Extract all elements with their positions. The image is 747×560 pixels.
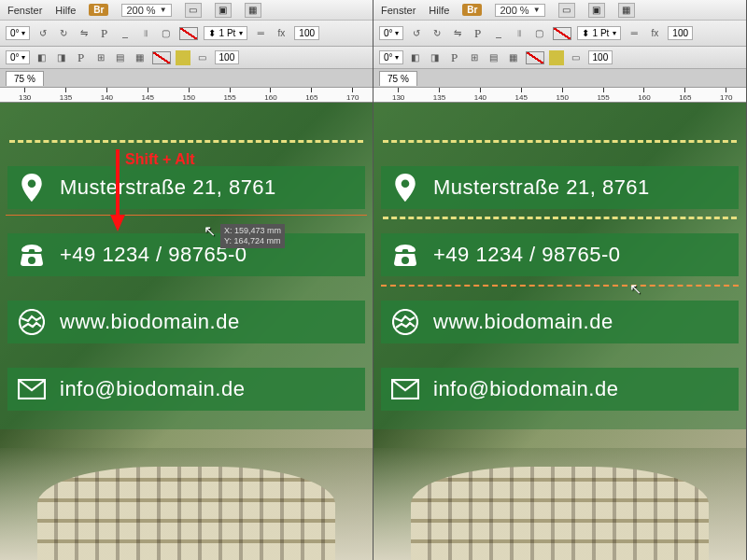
view-options-icon[interactable]: ▭ <box>558 3 575 18</box>
rotate-ccw-icon[interactable]: ↺ <box>35 26 50 41</box>
address-row[interactable]: Musterstraße 21, 8761 <box>7 166 365 209</box>
flip-h-icon[interactable]: ⇋ <box>450 26 465 41</box>
menu-hilfe[interactable]: Hilfe <box>429 5 449 16</box>
opacity-field[interactable]: 100 <box>294 26 319 40</box>
tool-icon-e[interactable]: ▦ <box>133 50 148 65</box>
rotation-field[interactable]: 0°▾ <box>379 26 403 40</box>
phone-text: +49 1234 / 98765-0 <box>60 243 247 267</box>
tool-icon-e[interactable]: ▦ <box>506 50 521 65</box>
select-container-icon[interactable]: ▢ <box>159 26 174 41</box>
secondary-panel: 0°▾ ◧ ◨ P ⊞ ▤ ▦ ▭ 100 <box>374 47 746 69</box>
web-text: www.biodomain.de <box>433 310 613 334</box>
phone-row[interactable]: +49 1234 / 98765-0 <box>381 233 739 276</box>
rotate-ccw-icon[interactable]: ↺ <box>409 26 424 41</box>
svg-point-4 <box>393 310 417 334</box>
swatch-icon[interactable] <box>549 50 564 65</box>
zoom-select[interactable]: 200 %▼ <box>121 4 171 17</box>
envelope-icon <box>17 374 47 404</box>
email-text: info@biodomain.de <box>433 377 618 401</box>
paragraph2-icon[interactable]: P <box>74 50 89 65</box>
selected-dashed-line[interactable] <box>381 285 739 287</box>
stroke-weight-field[interactable]: ⬍ 1 Pt ▾ <box>204 26 248 40</box>
stroke-none-icon[interactable] <box>152 51 171 64</box>
address-row[interactable]: Musterstraße 21, 8761 <box>381 166 739 209</box>
move-cursor-icon: ↖ <box>204 222 216 240</box>
fill-none-icon[interactable] <box>553 27 571 40</box>
rotation-field[interactable]: 0°▾ <box>6 26 30 40</box>
map-pin-icon <box>17 173 47 203</box>
secondary-panel: 0°▾ ◧ ◨ P ⊞ ▤ ▦ ▭ 100 <box>0 47 373 69</box>
menu-fenster[interactable]: Fenster <box>381 5 416 16</box>
address-text: Musterstraße 21, 8761 <box>433 175 650 200</box>
canvas[interactable]: Musterstraße 21, 8761 +49 1234 / 98765-0… <box>374 103 746 560</box>
rotate-cw-icon[interactable]: ↻ <box>56 26 71 41</box>
phone-row[interactable]: +49 1234 / 98765-0 <box>7 233 365 276</box>
rotate-cw-icon[interactable]: ↻ <box>430 26 444 41</box>
view-options-icon[interactable]: ▭ <box>185 3 202 18</box>
plaid-shirt <box>37 467 335 560</box>
stroke-none-icon[interactable] <box>526 51 544 64</box>
distribute-icon[interactable]: ⫴ <box>512 26 527 41</box>
paragraph-icon[interactable]: P <box>471 26 486 41</box>
select-container-icon[interactable]: ▢ <box>532 26 547 41</box>
plaid-shirt <box>411 467 709 560</box>
web-row[interactable]: www.biodomain.de <box>381 301 739 343</box>
flip-h-icon[interactable]: ⇋ <box>77 26 92 41</box>
control-panel: 0°▾ ↺ ↻ ⇋ P ⎯ ⫴ ▢ ⬍ 1 Pt ▾ ═ fx 100 <box>0 21 373 47</box>
bridge-badge[interactable]: Br <box>462 4 482 16</box>
tool-icon-d[interactable]: ▤ <box>486 50 501 65</box>
menu-bar: Fenster Hilfe Br 200 %▼ ▭ ▣ ▦ <box>374 0 746 21</box>
fx-icon[interactable]: fx <box>647 26 662 41</box>
align-icon[interactable]: ⎯ <box>118 26 133 41</box>
horizontal-ruler[interactable]: 130 135 140 145 150 155 160 165 170 <box>374 88 746 103</box>
menu-hilfe[interactable]: Hilfe <box>55 5 76 16</box>
stroke-style-icon[interactable]: ═ <box>627 26 641 41</box>
tool-icon-f[interactable]: ▭ <box>569 50 584 65</box>
bridge-badge[interactable]: Br <box>89 4 108 16</box>
map-pin-icon <box>390 173 420 203</box>
menu-fenster[interactable]: Fenster <box>7 5 42 16</box>
arrange-icon[interactable]: ▦ <box>245 3 261 18</box>
shear-field[interactable]: 0°▾ <box>6 50 30 64</box>
fx-icon[interactable]: fx <box>274 26 289 41</box>
globe-icon <box>390 307 420 337</box>
distribute-icon[interactable]: ⫴ <box>138 26 153 41</box>
tool-icon-c[interactable]: ⊞ <box>467 50 482 65</box>
email-text: info@biodomain.de <box>60 377 245 401</box>
opacity-field[interactable]: 100 <box>668 26 693 40</box>
paragraph-icon[interactable]: P <box>97 26 112 41</box>
document-tab[interactable]: 75 % <box>379 71 417 86</box>
right-pane: Fenster Hilfe Br 200 %▼ ▭ ▣ ▦ 0°▾ ↺ ↻ ⇋ … <box>374 0 747 560</box>
email-row[interactable]: info@biodomain.de <box>381 368 739 411</box>
tool-icon-a[interactable]: ◧ <box>408 50 423 65</box>
email-row[interactable]: info@biodomain.de <box>7 368 365 411</box>
align-icon[interactable]: ⎯ <box>491 26 506 41</box>
document-tab-bar: 75 % <box>374 69 746 88</box>
tool-icon-c[interactable]: ⊞ <box>93 50 108 65</box>
dashed-divider-top <box>9 140 363 143</box>
horizontal-ruler[interactable]: 130 135 140 145 150 155 160 165 170 <box>0 88 373 103</box>
fill-none-icon[interactable] <box>179 27 198 40</box>
swatch-icon[interactable] <box>176 50 190 65</box>
tool-icon-a[interactable]: ◧ <box>35 50 49 65</box>
document-tab-bar: 75 % <box>0 69 373 88</box>
tool-icon-b[interactable]: ◨ <box>428 50 443 65</box>
tool-icon-d[interactable]: ▤ <box>113 50 128 65</box>
tint-field[interactable]: 100 <box>588 50 613 64</box>
shear-field[interactable]: 0°▾ <box>379 50 403 64</box>
document-tab[interactable]: 75 % <box>6 71 44 86</box>
tint-field[interactable]: 100 <box>215 50 240 64</box>
canvas[interactable]: Musterstraße 21, 8761 +49 1234 / 98765-0… <box>0 103 373 560</box>
tool-icon-b[interactable]: ◨ <box>54 50 69 65</box>
zoom-select[interactable]: 200 %▼ <box>495 4 544 17</box>
stroke-style-icon[interactable]: ═ <box>253 26 268 41</box>
stroke-weight-field[interactable]: ⬍ 1 Pt ▾ <box>577 26 622 40</box>
tool-icon-f[interactable]: ▭ <box>195 50 210 65</box>
screen-mode-icon[interactable]: ▣ <box>215 3 232 18</box>
chevron-down-icon: ▼ <box>533 6 541 14</box>
web-row[interactable]: www.biodomain.de <box>7 301 365 343</box>
screen-mode-icon[interactable]: ▣ <box>588 3 605 18</box>
globe-icon <box>17 307 47 337</box>
arrange-icon[interactable]: ▦ <box>618 3 635 18</box>
paragraph2-icon[interactable]: P <box>447 50 462 65</box>
